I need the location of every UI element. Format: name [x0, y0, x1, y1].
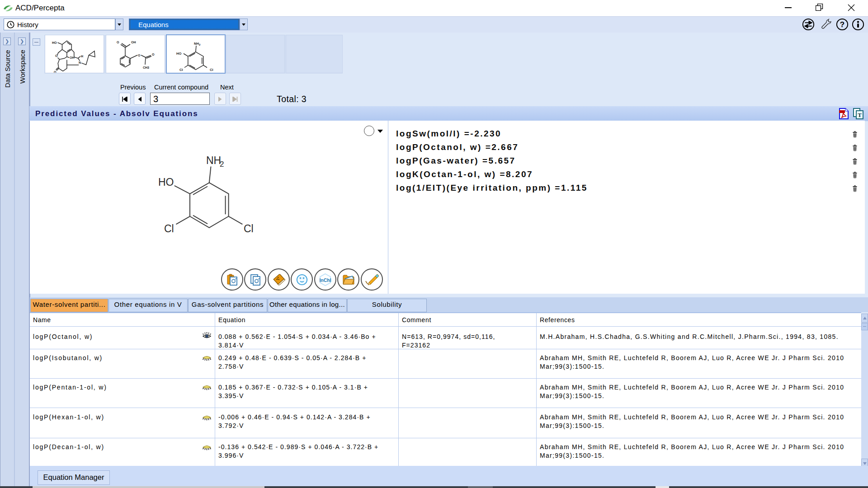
svg-text:Cl: Cl [164, 223, 174, 235]
svg-text:O: O [117, 41, 119, 44]
svg-text:T: T [858, 112, 862, 118]
svg-text:Cl: Cl [244, 223, 254, 235]
svg-text:N: N [79, 61, 81, 64]
svg-text:2: 2 [199, 43, 201, 46]
svg-text:O: O [152, 53, 155, 56]
svg-text:H: H [81, 55, 83, 58]
svg-text:O: O [55, 54, 58, 57]
svg-text:OH: OH [131, 41, 136, 44]
svg-text:NH: NH [206, 155, 221, 166]
svg-text:O: O [138, 54, 141, 57]
svg-text:InChI: InChI [319, 277, 331, 283]
svg-text:NH: NH [194, 42, 199, 46]
svg-text:HO: HO [158, 176, 174, 188]
svg-text:Cl: Cl [210, 68, 213, 72]
svg-text:2: 2 [220, 160, 224, 169]
svg-text:OH: OH [70, 56, 75, 59]
svg-text:HO: HO [52, 41, 57, 44]
svg-text:HO: HO [176, 52, 181, 56]
svg-text:?: ? [840, 20, 844, 29]
svg-text:O: O [54, 70, 57, 73]
svg-text:Cl: Cl [179, 68, 183, 72]
svg-text:CH3: CH3 [143, 66, 149, 69]
